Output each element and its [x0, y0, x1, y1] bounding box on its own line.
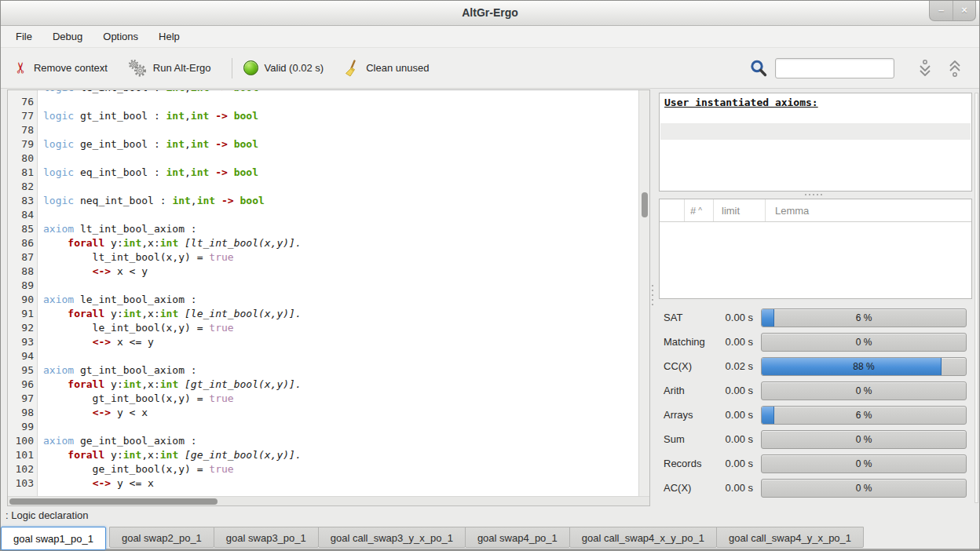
- vertical-scrollbar-thumb[interactable]: [642, 192, 648, 217]
- code-line: axiom ge_int_bool_axiom :: [38, 435, 638, 449]
- goal-tab[interactable]: goal swap2_po_1: [109, 527, 214, 548]
- run-alt-ergo-button[interactable]: Run Alt-Ergo: [128, 59, 211, 78]
- code-line: forall y:int,x:int [le_int_bool(x,y)].: [38, 308, 638, 322]
- stat-progress-bar: 0 %: [761, 454, 967, 473]
- count-header-label: #: [690, 205, 696, 217]
- stat-row: Records0.00 s0 %: [659, 451, 972, 476]
- code-line: logic le_int_bool : int,int -> bool: [38, 90, 638, 96]
- goal-tab[interactable]: goal call_swap3_y_x_po_1: [318, 527, 466, 548]
- stat-label: Records: [659, 458, 719, 469]
- code-line: [38, 96, 638, 110]
- horizontal-scrollbar[interactable]: [8, 496, 649, 505]
- code-line: forall y:int,x:int [gt_int_bool(x,y)].: [38, 378, 638, 392]
- toolbar-separator: [232, 58, 232, 78]
- menu-item-debug[interactable]: Debug: [42, 26, 93, 47]
- line-number: 76: [8, 96, 37, 110]
- stat-row: Matching0.00 s0 %: [659, 330, 972, 354]
- window-title: AltGr-Ergo: [1, 1, 979, 24]
- toolbar: ✂ Remove context Run Alt-Ergo Valid (0.0…: [1, 48, 979, 89]
- menu-item-options[interactable]: Options: [93, 26, 148, 47]
- code-line: [38, 181, 638, 195]
- code-line: [38, 279, 638, 294]
- lemma-col-count[interactable]: # ^: [685, 199, 714, 221]
- stat-time: 0.02 s: [719, 360, 753, 372]
- result-status: Valid (0.02 s): [243, 60, 324, 75]
- solver-statistics: SAT0.00 s6 %Matching0.00 s0 %CC(X)0.02 s…: [659, 305, 972, 500]
- code-line: forall y:int,x:int [ge_int_bool(x,y)].: [38, 449, 638, 463]
- lemma-col-blank[interactable]: [660, 199, 685, 221]
- stat-progress-bar: 0 %: [761, 479, 967, 498]
- minimize-button[interactable]: –: [930, 1, 953, 20]
- goal-tab[interactable]: goal swap3_po_1: [214, 527, 319, 548]
- line-number: 101: [8, 449, 37, 463]
- goal-tab[interactable]: goal swap1_po_1: [1, 527, 106, 550]
- code-line: gt_int_bool(x,y) = true: [38, 392, 638, 407]
- menu-item-help[interactable]: Help: [148, 26, 190, 47]
- code-line: axiom le_int_bool_axiom :: [38, 294, 638, 308]
- menu-bar: FileDebugOptionsHelp: [1, 26, 979, 48]
- instantiated-axioms-panel[interactable]: User instantiated axioms:: [659, 93, 972, 192]
- stat-progress-bar: 0 %: [761, 430, 967, 449]
- line-number: 80: [8, 152, 37, 166]
- instantiated-axioms-title: User instantiated axioms:: [660, 93, 971, 111]
- lemma-table-header: # ^ limit Lemma: [660, 199, 971, 222]
- stat-label: SAT: [659, 312, 719, 323]
- stat-percent-label: 0 %: [762, 334, 966, 351]
- code-line: lt_int_bool(x,y) = true: [38, 251, 638, 265]
- valid-label: Valid (0.02 s): [265, 62, 324, 74]
- code-line: ge_int_bool(x,y) = true: [38, 463, 638, 477]
- stat-progress-bar: 6 %: [761, 308, 967, 327]
- line-number: 91: [8, 308, 37, 322]
- line-number: 81: [8, 166, 37, 181]
- goal-tab[interactable]: goal call_swap4_x_y_po_1: [569, 527, 717, 548]
- chevrons-up-icon: [946, 59, 964, 78]
- panel-splitter-handle[interactable]: [652, 285, 653, 305]
- lemma-table[interactable]: # ^ limit Lemma: [659, 199, 972, 299]
- stat-label: Arith: [659, 385, 719, 396]
- lemma-col-lemma[interactable]: Lemma: [766, 199, 971, 221]
- remove-context-button[interactable]: ✂ Remove context: [15, 60, 108, 75]
- stat-time: 0.00 s: [719, 336, 753, 348]
- stat-percent-label: 6 %: [762, 407, 966, 424]
- valid-led-icon: [243, 60, 258, 75]
- horizontal-scrollbar-thumb[interactable]: [9, 498, 218, 505]
- code-line: [38, 124, 638, 138]
- line-number: 82: [8, 181, 37, 195]
- goal-tab-bar: goal swap1_po_1goal swap2_po_1goal swap3…: [1, 524, 979, 551]
- vertical-scrollbar[interactable]: [638, 90, 649, 496]
- code-line: axiom gt_int_bool_axiom :: [38, 364, 638, 378]
- stat-label: AC(X): [659, 482, 719, 494]
- axioms-table-splitter-handle[interactable]: [805, 194, 822, 195]
- chevrons-down-icon: [916, 59, 934, 78]
- line-number: 93: [8, 336, 37, 350]
- limit-header-label: limit: [722, 205, 740, 217]
- stat-percent-label: 6 %: [762, 309, 966, 327]
- sort-ascending-icon: ^: [698, 206, 702, 215]
- line-number: 98: [8, 407, 37, 421]
- close-button[interactable]: ×: [953, 1, 975, 20]
- lemma-col-limit[interactable]: limit: [714, 199, 766, 221]
- goal-tab[interactable]: goal swap4_po_1: [465, 527, 570, 548]
- menu-item-file[interactable]: File: [5, 26, 42, 47]
- clean-unused-label: Clean unused: [366, 62, 429, 74]
- search-input[interactable]: [775, 58, 894, 78]
- stat-row: AC(X)0.00 s0 %: [659, 476, 972, 500]
- stat-label: CC(X): [659, 360, 719, 372]
- code-view[interactable]: logic le_int_bool : int,int -> boollogic…: [38, 90, 638, 496]
- window-controls: – ×: [929, 1, 976, 21]
- stat-time: 0.00 s: [719, 482, 753, 494]
- line-number: 103: [8, 477, 37, 491]
- line-number: 88: [8, 265, 37, 279]
- stat-row: Arrays0.00 s6 %: [659, 403, 972, 427]
- clean-unused-button[interactable]: Clean unused: [344, 60, 429, 77]
- goal-tab[interactable]: goal call_swap4_y_x_po_1: [716, 527, 864, 548]
- code-line: axiom lt_int_bool_axiom :: [38, 223, 638, 237]
- stat-time: 0.00 s: [719, 312, 753, 323]
- search-previous-button[interactable]: [945, 58, 965, 78]
- title-bar[interactable]: AltGr-Ergo – ×: [1, 1, 979, 26]
- stat-percent-label: 88 %: [762, 358, 966, 375]
- search-next-button[interactable]: [915, 58, 935, 78]
- source-editor[interactable]: 7677787980818283848586878889909192939495…: [7, 89, 650, 506]
- stat-label: Sum: [659, 433, 719, 445]
- stat-row: Sum0.00 s0 %: [659, 427, 972, 451]
